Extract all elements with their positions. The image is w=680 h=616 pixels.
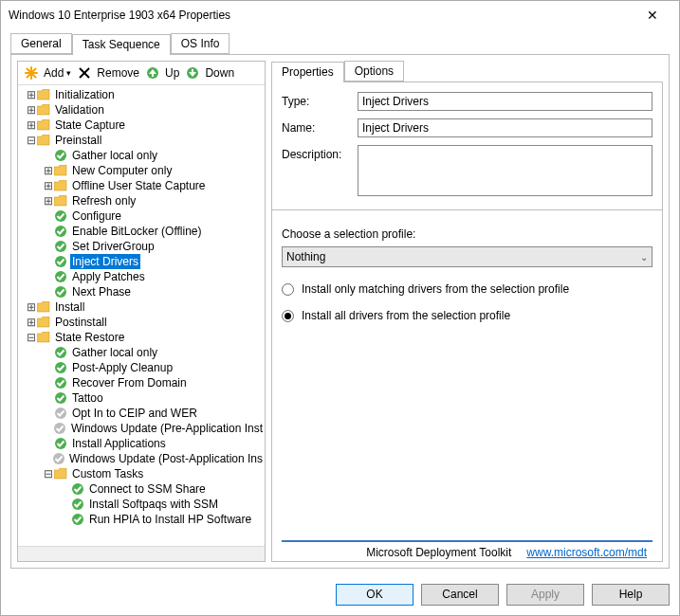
tree-node[interactable]: Set DriverGroup [22,239,265,254]
expand-icon[interactable]: ⊞ [26,118,36,133]
tree-node[interactable]: ⊞Refresh only [22,193,265,208]
tree-scroll[interactable]: ⊞Initialization⊞Validation⊞State Capture… [18,85,265,546]
tree-node[interactable]: ⊞Offline User State Capture [22,178,265,193]
tree-node[interactable]: ⊟Preinstall [22,133,265,148]
radio-install-all[interactable]: Install all drivers from the selection p… [282,309,652,322]
tree-node[interactable]: Apply Patches [22,269,265,284]
tree-node[interactable]: Install Softpaqs with SSM [22,497,265,512]
disabled-icon [52,451,65,466]
cancel-button[interactable]: Cancel [421,584,499,606]
expand-icon[interactable]: ⊞ [26,102,36,118]
tree-node[interactable]: Opt In to CEIP and WER [22,406,265,421]
down-button[interactable]: Down [185,65,234,81]
add-button[interactable]: Add ▾ [24,65,71,81]
tree-node[interactable]: Windows Update (Post-Application Ins [22,451,265,466]
tree-node[interactable]: ⊟State Restore [22,330,265,345]
selection-profile-value: Nothing [286,250,325,263]
tree-node[interactable]: ⊞Postinstall [22,315,265,330]
tree-node-label: State Capture [53,118,127,133]
tree-node-label: Offline User State Capture [70,178,208,193]
apply-button[interactable]: Apply [506,584,584,606]
subtab-properties[interactable]: Properties [271,62,344,82]
tree-node[interactable]: Configure [22,208,265,224]
collapse-icon[interactable]: ⊟ [26,330,36,345]
tree-node[interactable]: Gather local only [22,148,265,163]
tree-node[interactable]: ⊞Validation [22,102,265,118]
tree-node[interactable]: Tattoo [22,390,265,406]
expand-icon[interactable]: ⊞ [43,193,53,208]
radio-install-all-label: Install all drivers from the selection p… [302,309,510,322]
check-icon [53,375,68,390]
check-icon [53,148,68,163]
dropdown-caret-icon: ▾ [66,68,71,78]
tree-node[interactable]: Post-Apply Cleanup [22,360,265,375]
tree-node-label: Windows Update (Pre-Application Inst [69,421,265,436]
type-field [358,92,652,111]
tree-node-label: Apply Patches [70,269,147,284]
radio-icon [282,283,294,296]
expand-icon[interactable]: ⊞ [26,315,36,330]
tree-toolbar: Add ▾ Remove [18,62,265,85]
tab-task-sequence[interactable]: Task Sequence [72,34,171,55]
selection-profile-select[interactable]: Nothing ⌄ [282,246,652,267]
expand-icon[interactable]: ⊞ [26,299,36,315]
description-field[interactable] [358,145,652,196]
task-tree: ⊞Initialization⊞Validation⊞State Capture… [18,85,265,529]
check-icon [53,239,68,254]
folder-icon [36,102,51,118]
tree-node-label: Refresh only [70,193,138,208]
up-button[interactable]: Up [145,65,179,81]
radio-icon [282,310,294,322]
folder-icon [53,163,68,178]
remove-button[interactable]: Remove [77,65,139,81]
tree-node[interactable]: Enable BitLocker (Offline) [22,224,265,239]
tree-node[interactable]: Install Applications [22,436,265,451]
tree-node-label: Install [53,299,86,315]
tree-node[interactable]: Run HPIA to Install HP Software [22,512,265,527]
task-sequence-panel: Add ▾ Remove [17,61,266,562]
collapse-icon[interactable]: ⊟ [26,133,36,148]
check-icon [70,512,85,527]
expand-icon[interactable]: ⊞ [43,163,53,178]
folder-icon [36,133,51,148]
tree-node[interactable]: ⊞Initialization [22,87,265,102]
tree-node-label: Gather local only [70,148,159,163]
up-label: Up [165,66,179,80]
tree-node-label: Windows Update (Post-Application Ins [67,451,265,466]
close-icon[interactable]: ✕ [634,8,671,23]
tree-node[interactable]: Inject Drivers [22,254,265,269]
tree-node[interactable]: ⊞New Computer only [22,163,265,178]
tree-node[interactable]: Next Phase [22,284,265,299]
check-icon [53,269,68,284]
tree-node[interactable]: ⊞Install [22,299,265,315]
check-icon [53,436,68,451]
radio-matching-only[interactable]: Install only matching drivers from the s… [282,282,652,296]
tree-node[interactable]: Gather local only [22,345,265,360]
properties-window: Windows 10 Enterprise 1903 x64 Propertie… [0,0,680,616]
ok-button[interactable]: OK [336,584,414,606]
down-label: Down [205,66,234,80]
footer-link[interactable]: www.microsoft.com/mdt [526,546,647,559]
tree-node-label: Configure [70,208,123,224]
tree-node-label: Next Phase [70,284,133,299]
tree-node[interactable]: Windows Update (Pre-Application Inst [22,421,265,436]
tree-node[interactable]: Recover From Domain [22,375,265,390]
name-label: Name: [282,118,358,135]
help-button[interactable]: Help [592,584,670,606]
name-field[interactable] [358,118,652,137]
check-icon [53,224,68,239]
tree-node-label: Validation [53,102,106,118]
tree-node[interactable]: Connect to SSM Share [22,481,265,497]
expand-icon[interactable]: ⊞ [26,87,36,102]
subtab-options[interactable]: Options [344,61,404,82]
tab-os-info[interactable]: OS Info [171,33,230,54]
tab-general[interactable]: General [10,33,72,54]
tree-node[interactable]: ⊞State Capture [22,118,265,133]
expand-icon[interactable]: ⊞ [43,178,53,193]
horizontal-scrollbar[interactable] [18,546,265,561]
check-icon [53,360,68,375]
down-icon [185,65,200,81]
tree-node[interactable]: ⊟Custom Tasks [22,466,265,481]
check-icon [53,390,68,406]
collapse-icon[interactable]: ⊟ [43,466,53,481]
